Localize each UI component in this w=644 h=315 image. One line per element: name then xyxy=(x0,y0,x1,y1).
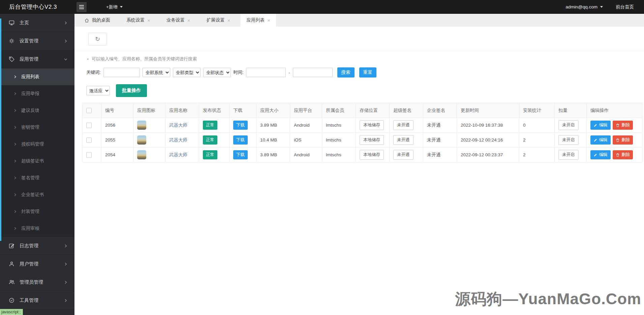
status-badge: 正常 xyxy=(203,150,217,159)
sidebar-subitem-packaging[interactable]: 封装管理 xyxy=(0,203,74,220)
bulk-action-button[interactable]: 批量操作 xyxy=(116,84,147,97)
col-header-installs: 安装统计 xyxy=(519,103,555,118)
sidebar-item-home[interactable]: 主页 xyxy=(0,14,74,32)
sidebar-subitem-app-review[interactable]: 应用审核 xyxy=(0,220,74,237)
tool-check-icon xyxy=(9,297,14,303)
sidebar-subitem-app-list[interactable]: 应用列表 xyxy=(0,68,74,85)
sidebar-subitem-super-cert[interactable]: 超级签证书 xyxy=(0,153,74,169)
tab-app-list[interactable]: 应用列表 × xyxy=(241,14,276,27)
deduct-button[interactable]: 未开启 xyxy=(558,120,579,130)
super-sign-button[interactable]: 未开通 xyxy=(393,150,413,160)
sidebar-subitem-label: 应用审核 xyxy=(21,225,39,231)
apps-submenu: 应用列表 应用举报 建议反馈 密钥管理 授权码管理 超级签证书 签名管理 企业 xyxy=(0,68,74,237)
chevron-right-icon xyxy=(64,280,68,284)
deduct-button[interactable]: 未开启 xyxy=(558,135,579,145)
select-all-checkbox[interactable] xyxy=(86,108,92,113)
member-name: lmtschs xyxy=(322,133,356,148)
search-hint: 可以输入编号、应用名称、所属会员等关键词进行搜索 xyxy=(74,51,644,62)
home-icon xyxy=(84,18,89,23)
close-icon[interactable]: × xyxy=(187,18,190,23)
ent-sign-status: 未开通 xyxy=(423,118,457,133)
reset-button[interactable]: 重置 xyxy=(359,67,376,77)
menu-toggle-icon[interactable] xyxy=(76,2,87,12)
topbar: 后台管理中心V2.3 +新增 admin@qq.com 前台首页 xyxy=(0,0,644,14)
search-hint-text: 可以输入编号、应用名称、所属会员等关键词进行搜索 xyxy=(92,56,197,62)
col-header-storage: 存储位置 xyxy=(356,103,390,118)
deduct-button[interactable]: 未开启 xyxy=(558,150,579,160)
col-header-super-sign: 超级签名 xyxy=(390,103,423,118)
chevron-right-icon xyxy=(13,193,17,196)
delete-button[interactable]: 删除 xyxy=(613,150,633,159)
monitor-icon xyxy=(9,20,14,26)
app-name-link[interactable]: 武器大师 xyxy=(169,123,187,128)
sidebar-subitem-app-report[interactable]: 应用举报 xyxy=(0,85,74,102)
status-bar-link-hint: javascript:; xyxy=(0,309,23,315)
close-icon[interactable]: × xyxy=(267,18,270,23)
bulk-action-select[interactable]: 激活应用 xyxy=(86,86,110,95)
sidebar-item-tools[interactable]: 工具管理 xyxy=(0,291,74,310)
download-button[interactable]: 下载 xyxy=(233,135,248,145)
storage-button[interactable]: 本地储存 xyxy=(360,150,384,160)
tag-icon xyxy=(9,56,14,62)
edit-button[interactable]: 编辑 xyxy=(590,150,611,159)
delete-button[interactable]: 删除 xyxy=(613,135,633,145)
col-header-platform: 应用平台 xyxy=(290,103,322,118)
row-checkbox[interactable] xyxy=(86,152,92,158)
close-icon[interactable]: × xyxy=(147,18,150,23)
app-title: 后台管理中心V2.3 xyxy=(0,3,74,11)
sidebar-subitem-enterprise-cert[interactable]: 企业签证书 xyxy=(0,186,74,203)
tab-system-settings[interactable]: 系统设置 × xyxy=(121,14,156,27)
edit-button[interactable]: 编辑 xyxy=(590,121,611,130)
sidebar-item-apps[interactable]: 应用管理 xyxy=(0,50,74,68)
edit-button[interactable]: 编辑 xyxy=(590,135,611,145)
tab-extend-settings[interactable]: 扩展设置 × xyxy=(201,14,236,27)
storage-button[interactable]: 本地储存 xyxy=(360,120,384,130)
app-name-link[interactable]: 武器大师 xyxy=(169,152,187,157)
sidebar-subitem-authcodes[interactable]: 授权码管理 xyxy=(0,136,74,153)
col-header-updated: 更新时间 xyxy=(457,103,519,118)
time-start-input[interactable] xyxy=(246,68,286,77)
delete-button[interactable]: 删除 xyxy=(613,121,633,130)
super-sign-button[interactable]: 未开通 xyxy=(393,135,413,145)
sidebar-item-logs[interactable]: 日志管理 xyxy=(0,237,74,255)
tab-desktop[interactable]: 我的桌面 xyxy=(79,14,116,27)
updated-time: 2022-10-09 16:37:38 xyxy=(457,118,519,133)
user-dropdown[interactable]: admin@qq.com xyxy=(565,4,603,9)
new-dropdown[interactable]: +新增 xyxy=(106,4,123,10)
chevron-right-icon xyxy=(13,92,17,95)
table-header-row: 编号 应用图标 应用名称 发布状态 下载 应用大小 应用平台 所属会员 存储位置… xyxy=(83,103,642,118)
pencil-icon xyxy=(593,123,597,127)
sidebar-subitem-keys[interactable]: 密钥管理 xyxy=(0,119,74,136)
super-sign-button[interactable]: 未开通 xyxy=(393,120,413,130)
type-select[interactable]: 全部类型 xyxy=(173,68,201,77)
col-header-deduct: 扣量 xyxy=(555,103,587,118)
main-content: 我的桌面 系统设置 × 业务设置 × 扩展设置 × 应用列表 × ↻ 可以输入编… xyxy=(74,14,644,315)
sidebar-item-settings[interactable]: 设置管理 xyxy=(0,32,74,50)
system-select[interactable]: 全部系统 xyxy=(143,68,170,77)
sidebar-item-admins[interactable]: 管理员管理 xyxy=(0,273,74,291)
storage-button[interactable]: 本地储存 xyxy=(360,135,384,145)
app-name-link[interactable]: 武器大师 xyxy=(169,137,187,143)
pencil-icon xyxy=(593,138,597,142)
sidebar-subitem-label: 签名管理 xyxy=(21,175,39,181)
close-icon[interactable]: × xyxy=(227,18,231,23)
sidebar-subitem-signature[interactable]: 签名管理 xyxy=(0,169,74,186)
status-badge: 正常 xyxy=(203,121,217,130)
sidebar-item-users[interactable]: 用户管理 xyxy=(0,255,74,273)
sidebar-scrollbar[interactable] xyxy=(0,19,1,241)
row-checkbox[interactable] xyxy=(86,123,92,128)
download-button[interactable]: 下载 xyxy=(233,121,248,130)
chevron-down-icon xyxy=(64,57,68,61)
col-header-ent-sign: 企业签名 xyxy=(423,103,457,118)
download-button[interactable]: 下载 xyxy=(233,150,248,159)
tab-business-settings[interactable]: 业务设置 × xyxy=(161,14,196,27)
row-checkbox[interactable] xyxy=(86,137,92,143)
keyword-input[interactable] xyxy=(103,68,140,77)
search-button[interactable]: 搜索 xyxy=(337,67,355,77)
app-platform: Android xyxy=(290,118,322,133)
front-home-link[interactable]: 前台首页 xyxy=(616,4,634,10)
status-select[interactable]: 全部状态 xyxy=(203,68,231,77)
refresh-button[interactable]: ↻ xyxy=(88,33,107,45)
time-end-input[interactable] xyxy=(293,68,333,77)
sidebar-subitem-feedback[interactable]: 建议反馈 xyxy=(0,102,74,119)
